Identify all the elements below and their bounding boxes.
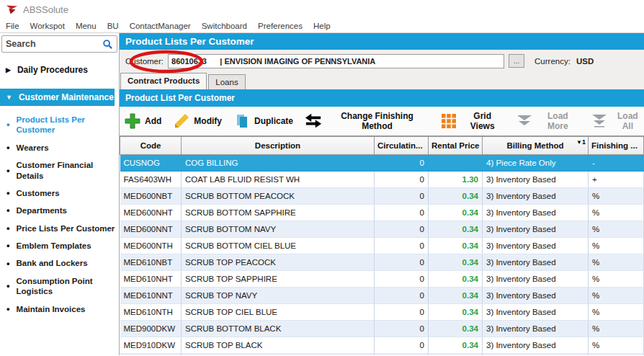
table-row[interactable]: CUSNOGCOG BILLING04) Piece Rate Only-: [120, 155, 644, 172]
grid-views-button[interactable]: Grid Views: [440, 111, 504, 131]
sidebar-item-wearers[interactable]: •Wearers: [0, 140, 119, 156]
bullet-icon: •: [6, 190, 10, 197]
bullet-icon: •: [6, 306, 10, 313]
table-row[interactable]: MED610NTHSCRUB TOP CIEL BLUE00.343) Inve…: [120, 304, 644, 321]
bullet-icon: •: [6, 121, 10, 128]
cell-finishing: [589, 354, 644, 356]
column-header-code[interactable]: Code: [120, 137, 182, 155]
sidebar-item-bank-and-lockers[interactable]: •Bank and Lockers: [0, 255, 119, 271]
cell-description: SCRUB TOP PEACOCK: [182, 254, 375, 271]
title-bar: ABSSolute: [0, 0, 644, 19]
cell-rental-price: 0.34: [429, 238, 483, 254]
menu-item-help[interactable]: Help: [313, 22, 331, 30]
cell-code: MED600NTH: [120, 238, 182, 254]
table-row[interactable]: MED600NHTSCRUB BOTTOM SAPPHIRE00.343) In…: [120, 205, 644, 221]
cell-billing-method: 3) Inventory Based: [483, 337, 589, 354]
sidebar-item-customer-financial-details[interactable]: •Customer Financial Details: [0, 157, 119, 184]
cell-billing-method: 4) Piece Rate Only: [483, 155, 589, 172]
cell-finishing: %: [589, 337, 644, 354]
load-more-button: Load More: [516, 111, 579, 131]
cell-circulating: 0: [375, 288, 429, 304]
cell-circulating: 0: [375, 188, 429, 205]
cell-finishing: %: [589, 221, 644, 238]
add-button[interactable]: Add: [124, 112, 161, 130]
column-header-description[interactable]: Description: [182, 137, 375, 155]
menu-item-bu[interactable]: BU: [107, 22, 119, 30]
sidebar-item-emblem-templates[interactable]: •Emblem Templates: [0, 238, 119, 254]
table-row[interactable]: MED610NBTSCRUB TOP PEACOCK00.343) Invent…: [120, 254, 644, 271]
table-row[interactable]: MED610NNTSCRUB TOP NAVY00.343) Inventory…: [120, 288, 644, 304]
toolbar: AddModifyDuplicateChange Finishing Metho…: [120, 107, 644, 136]
table-row[interactable]: MED600NBTSCRUB BOTTOM PEACOCK00.343) Inv…: [120, 188, 644, 205]
menu-item-menu[interactable]: Menu: [76, 22, 97, 30]
table-header-row: CodeDescriptionCirculatin...Rental Price…: [120, 137, 644, 155]
table-row[interactable]: MED610NHTSCRUB TOP SAPPHIRE00.343) Inven…: [120, 271, 644, 288]
cell-description: COG BILLING: [182, 155, 375, 172]
column-header-billing-method[interactable]: Billing Method▼1: [483, 137, 589, 155]
column-header-circulatin[interactable]: Circulatin...: [375, 137, 429, 155]
menu-item-preferences[interactable]: Preferences: [258, 22, 303, 30]
sidebar-item-maintain-invoices[interactable]: •Maintain Invoices: [0, 301, 119, 317]
duplicate-button[interactable]: Duplicate: [233, 112, 293, 130]
cell-description: COAT LAB FLUID RESIST WH: [182, 172, 375, 188]
cell-billing-method: 3) Inventory Based: [483, 271, 589, 288]
cell-rental-price: 0.34: [429, 304, 483, 321]
toolbar-button-label: Change Finishing Method: [326, 111, 429, 131]
cell-circulating: 0: [375, 172, 429, 188]
tab-loans[interactable]: Loans: [208, 74, 245, 89]
sidebar-item-label: Departments: [17, 205, 67, 215]
sidebar-item-departments[interactable]: •Departments: [0, 203, 119, 218]
menu-item-workspot[interactable]: Workspot: [30, 22, 65, 30]
product-table-area: CodeDescriptionCirculatin...Rental Price…: [120, 136, 644, 355]
toolbar-button-label: Load More: [537, 111, 579, 131]
search-icon[interactable]: [102, 39, 113, 50]
cell-finishing: -: [589, 155, 644, 172]
sort-desc-icon[interactable]: ▼1: [576, 138, 586, 146]
table-body: CUSNOGCOG BILLING04) Piece Rate Only-FAS…: [120, 155, 644, 356]
toolbar-button-label: Modify: [194, 116, 222, 126]
bullet-icon: •: [6, 167, 10, 174]
sidebar-item-label: Consumption Point Logistics: [17, 276, 116, 297]
change-finishing-method-button[interactable]: Change Finishing Method: [305, 111, 429, 131]
cell-code: MED900DKW: [120, 321, 182, 337]
column-header-finishing[interactable]: Finishing ...: [589, 137, 644, 155]
cell-circulating: 0: [375, 205, 429, 221]
menu-item-contactmanager[interactable]: ContactManager: [130, 22, 191, 30]
customer-lookup-button[interactable]: ...: [509, 54, 524, 68]
cell-description: SCRUB BOTTOM SAPPHIRE: [182, 205, 375, 221]
chevron-down-icon: ▼: [6, 94, 12, 101]
toolbar-button-label: Grid Views: [460, 111, 504, 131]
sidebar-section-daily-procedures[interactable]: ▶ Daily Procedures: [0, 61, 119, 79]
search-input[interactable]: [6, 39, 102, 49]
search-box[interactable]: [1, 35, 117, 53]
sidebar-item-product-lists-per-customer[interactable]: •Product Lists Per Customer: [0, 112, 119, 138]
swap-arrows-icon: [305, 112, 322, 130]
cell-finishing: %: [589, 254, 644, 271]
table-row[interactable]: MED600NNTSCRUB BOTTOM NAVY00.343) Invent…: [120, 221, 644, 238]
sidebar-section-customer-maintenance[interactable]: ▼ Customer Maintenance: [0, 89, 115, 106]
menu-item-switchboard[interactable]: Switchboard: [202, 22, 247, 30]
tab-contract-products[interactable]: Contract Products: [120, 73, 207, 89]
modify-button[interactable]: Modify: [173, 112, 222, 130]
menu-item-file[interactable]: File: [6, 22, 19, 30]
table-row[interactable]: MED600NTHSCRUB BOTTOM CIEL BLUE00.343) I…: [120, 238, 644, 254]
table-row[interactable]: FAS6403WHCOAT LAB FLUID RESIST WH01.303)…: [120, 172, 644, 188]
column-header-rental-price[interactable]: Rental Price: [429, 137, 483, 155]
cell-description: SCRUB TOP CIEL BLUE: [182, 304, 375, 321]
cell-billing-method: 3) Inventory Based: [483, 172, 589, 188]
sidebar-item-customers[interactable]: •Customers: [0, 185, 119, 201]
table-row[interactable]: MED910DKWSCRUB TOP BLACK00.343) Inventor…: [120, 337, 644, 354]
sidebar-item-consumption-point-logistics[interactable]: •Consumption Point Logistics: [0, 273, 119, 300]
cell-code: [120, 354, 182, 356]
cell-finishing: %: [589, 188, 644, 205]
cell-circulating: 0: [375, 221, 429, 238]
table-row-partial[interactable]: [120, 354, 644, 356]
cell-code: CUSNOG: [120, 155, 182, 172]
customer-input[interactable]: [168, 54, 504, 68]
cell-finishing: %: [589, 238, 644, 254]
table-row[interactable]: MED900DKWSCRUB BOTTOM BLACK00.343) Inven…: [120, 321, 644, 337]
tab-bar: Contract ProductsLoans: [120, 72, 644, 89]
cell-code: MED600NHT: [120, 205, 182, 221]
cell-rental-price: 0.34: [429, 188, 483, 205]
sidebar-item-price-lists-per-customer[interactable]: •Price Lists Per Customer: [0, 221, 119, 236]
